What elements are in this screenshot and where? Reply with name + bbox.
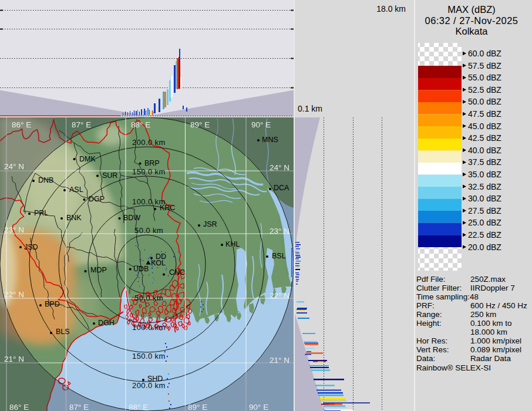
svg-text:90° E: 90° E xyxy=(249,403,268,411)
svg-text:52.5 dBZ: 52.5 dBZ xyxy=(468,85,501,95)
svg-text:200.0 km: 200.0 km xyxy=(132,138,166,147)
svg-text:24° N: 24° N xyxy=(270,163,289,172)
svg-text:PRL: PRL xyxy=(34,209,48,217)
svg-text:45.0 dBZ: 45.0 dBZ xyxy=(468,122,501,131)
svg-text:CNC: CNC xyxy=(169,268,185,277)
svg-text:88° E: 88° E xyxy=(129,403,148,411)
svg-text:100.0 km: 100.0 km xyxy=(132,323,166,332)
svg-text:BPD: BPD xyxy=(45,300,60,308)
svg-text:55.0 dBZ: 55.0 dBZ xyxy=(468,73,501,82)
svg-text:150.0 km: 150.0 km xyxy=(132,352,166,361)
svg-text:50.0 km: 50.0 km xyxy=(134,294,163,302)
svg-text:30.0 dBZ: 30.0 dBZ xyxy=(468,194,501,203)
svg-text:DGH: DGH xyxy=(98,319,115,327)
svg-text:37.5 dBZ: 37.5 dBZ xyxy=(468,157,501,167)
svg-text:DCA: DCA xyxy=(274,184,289,192)
svg-text:ASL: ASL xyxy=(69,186,83,194)
svg-text:87° E: 87° E xyxy=(69,403,89,411)
svg-text:24° N: 24° N xyxy=(4,162,24,171)
svg-text:SHD: SHD xyxy=(147,375,163,383)
svg-text:89° E: 89° E xyxy=(190,120,210,129)
svg-text:JSR: JSR xyxy=(203,220,217,228)
svg-text:JSD: JSD xyxy=(24,243,38,251)
svg-text:21° N: 21° N xyxy=(4,355,24,363)
svg-text:BSL: BSL xyxy=(272,252,286,260)
svg-text:88° E: 88° E xyxy=(131,120,150,129)
svg-text:90° E: 90° E xyxy=(251,120,271,129)
svg-text:35.0 dBZ: 35.0 dBZ xyxy=(468,170,501,179)
svg-text:57.5 dBZ: 57.5 dBZ xyxy=(468,61,501,70)
svg-text:42.5 dBZ: 42.5 dBZ xyxy=(468,133,501,143)
svg-text:50.0 dBZ: 50.0 dBZ xyxy=(468,97,501,106)
svg-text:BDW: BDW xyxy=(123,214,140,222)
svg-text:86° E: 86° E xyxy=(9,403,29,411)
svg-text:40.0 dBZ: 40.0 dBZ xyxy=(468,146,501,155)
svg-text:32.5 dBZ: 32.5 dBZ xyxy=(468,182,501,191)
svg-text:MDP: MDP xyxy=(90,266,107,274)
svg-text:23° N: 23° N xyxy=(4,225,24,234)
svg-text:21° N: 21° N xyxy=(270,356,289,365)
svg-text:20.0 dBZ: 20.0 dBZ xyxy=(468,242,501,252)
svg-text:DNB: DNB xyxy=(38,176,53,184)
svg-text:MNS: MNS xyxy=(262,136,278,144)
svg-text:KOL: KOL xyxy=(151,259,166,267)
svg-text:UDB: UDB xyxy=(133,265,149,273)
svg-text:25.0 dBZ: 25.0 dBZ xyxy=(468,218,501,227)
svg-text:BNK: BNK xyxy=(66,214,82,222)
svg-text:50.0 km: 50.0 km xyxy=(134,226,163,235)
svg-text:86° E: 86° E xyxy=(12,120,31,129)
svg-text:BLS: BLS xyxy=(56,328,70,336)
svg-text:27.5 dBZ: 27.5 dBZ xyxy=(468,206,501,215)
svg-text:89° E: 89° E xyxy=(188,403,207,411)
svg-text:47.5 dBZ: 47.5 dBZ xyxy=(468,109,501,119)
svg-text:22.5 dBZ: 22.5 dBZ xyxy=(468,230,501,240)
svg-text:22° N: 22° N xyxy=(4,290,24,299)
svg-text:KHL: KHL xyxy=(225,240,240,248)
svg-text:23° N: 23° N xyxy=(270,227,289,235)
svg-text:22° N: 22° N xyxy=(270,291,289,300)
svg-text:DGP: DGP xyxy=(89,195,105,203)
svg-text:150.0 km: 150.0 km xyxy=(132,167,166,176)
svg-text:60.0 dBZ: 60.0 dBZ xyxy=(468,49,501,58)
svg-text:SUR: SUR xyxy=(102,171,117,180)
svg-text:87° E: 87° E xyxy=(72,120,91,129)
svg-text:DMK: DMK xyxy=(79,155,96,163)
svg-text:BRP: BRP xyxy=(144,159,160,167)
svg-text:KRC: KRC xyxy=(160,204,175,212)
